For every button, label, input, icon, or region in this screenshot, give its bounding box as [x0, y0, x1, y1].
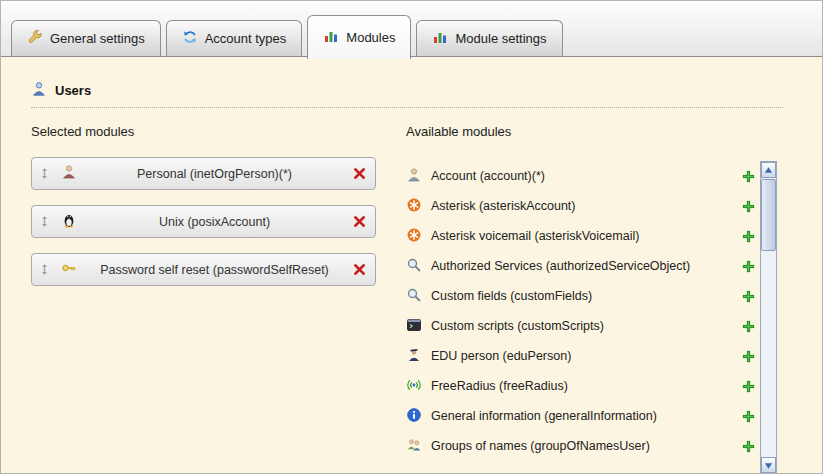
terminal-icon	[406, 317, 422, 336]
group-icon	[406, 437, 422, 456]
module-label: Groups of names (groupOfNamesUser)	[431, 439, 650, 453]
arrow-down-icon	[764, 456, 773, 474]
selected-module-row[interactable]: Personal (inetOrgPerson)(*)	[31, 157, 376, 190]
available-module-row: Custom scripts (customScripts)	[406, 311, 756, 341]
add-module-button[interactable]	[741, 199, 756, 214]
magnifier-icon	[406, 257, 422, 276]
scroll-down-button[interactable]	[761, 457, 776, 473]
module-label: FreeRadius (freeRadius)	[431, 379, 568, 393]
lam-config-window: General settings Account types Modules M…	[0, 0, 823, 474]
wrench-icon	[27, 29, 43, 48]
selected-module-row[interactable]: Password self reset (passwordSelfReset)	[31, 253, 376, 286]
drag-handle-icon[interactable]	[38, 263, 51, 276]
remove-module-button[interactable]	[352, 214, 367, 229]
tab-modules[interactable]: Modules	[307, 15, 411, 59]
module-label: General information (generalInformation)	[431, 409, 657, 423]
module-label: Asterisk voicemail (asteriskVoicemail)	[431, 229, 639, 243]
scroll-thumb[interactable]	[761, 179, 776, 251]
available-modules-scrollbar[interactable]	[760, 161, 777, 474]
add-module-button[interactable]	[741, 169, 756, 184]
add-module-button[interactable]	[741, 349, 756, 364]
person-icon	[61, 164, 77, 183]
tab-label: Module settings	[455, 31, 546, 46]
arrow-up-icon	[764, 161, 773, 179]
asterisk-icon	[406, 197, 422, 216]
tab-label: General settings	[50, 31, 145, 46]
refresh-icon	[182, 29, 198, 48]
add-module-button[interactable]	[741, 439, 756, 454]
add-module-button[interactable]	[741, 409, 756, 424]
available-modules-heading: Available modules	[406, 124, 756, 139]
tab-general-settings[interactable]: General settings	[11, 20, 161, 56]
remove-module-button[interactable]	[352, 262, 367, 277]
edu-person-icon	[406, 347, 422, 366]
available-module-row: EDU person (eduPerson)	[406, 341, 756, 371]
available-module-row: FreeRadius (freeRadius)	[406, 371, 756, 401]
users-section-header: Users	[31, 81, 783, 108]
module-label: Asterisk (asteriskAccount)	[431, 199, 575, 213]
tab-module-settings[interactable]: Module settings	[416, 20, 562, 56]
tab-bar: General settings Account types Modules M…	[1, 1, 822, 57]
add-module-button[interactable]	[741, 379, 756, 394]
available-module-row: Account (account)(*)	[406, 161, 756, 191]
add-module-button[interactable]	[741, 319, 756, 334]
module-columns: Selected modules Personal (inetOrgPerson…	[31, 124, 822, 461]
info-icon	[406, 407, 422, 426]
module-label: EDU person (eduPerson)	[431, 349, 571, 363]
module-label: Account (account)(*)	[431, 169, 545, 183]
asterisk-icon	[406, 227, 422, 246]
section-title: Users	[55, 83, 91, 98]
modules-panel: Users Selected modules Personal (inetOrg…	[1, 57, 822, 474]
selected-modules-list: Personal (inetOrgPerson)(*) Unix (posixA…	[31, 157, 406, 286]
magnifier-icon	[406, 287, 422, 306]
key-icon	[61, 260, 77, 279]
drag-handle-icon[interactable]	[38, 215, 51, 228]
remove-module-button[interactable]	[352, 166, 367, 181]
module-label: Unix (posixAccount)	[87, 215, 342, 229]
tab-label: Account types	[205, 31, 287, 46]
scroll-up-button[interactable]	[761, 162, 776, 178]
module-label: Personal (inetOrgPerson)(*)	[87, 167, 342, 181]
tab-account-types[interactable]: Account types	[166, 20, 303, 56]
module-label: Password self reset (passwordSelfReset)	[87, 263, 342, 277]
available-module-row: Custom fields (customFields)	[406, 281, 756, 311]
module-label: Custom scripts (customScripts)	[431, 319, 604, 333]
selected-module-row[interactable]: Unix (posixAccount)	[31, 205, 376, 238]
module-label: Custom fields (customFields)	[431, 289, 592, 303]
tab-label: Modules	[346, 30, 395, 45]
penguin-icon	[61, 212, 77, 231]
person-icon	[406, 167, 422, 186]
available-module-row: Asterisk voicemail (asteriskVoicemail)	[406, 221, 756, 251]
available-module-row: Groups of names (groupOfNamesUser)	[406, 431, 756, 461]
bar-chart-icon	[323, 28, 339, 47]
available-module-row: Asterisk (asteriskAccount)	[406, 191, 756, 221]
selected-modules-column: Selected modules Personal (inetOrgPerson…	[31, 124, 406, 461]
available-module-row: General information (generalInformation)	[406, 401, 756, 431]
radio-icon	[406, 377, 422, 396]
available-modules-list: Account (account)(*) Asterisk (asteriskA…	[406, 161, 756, 461]
drag-handle-icon[interactable]	[38, 167, 51, 180]
available-modules-column: Available modules Account (account)(*) A…	[406, 124, 756, 461]
module-label: Authorized Services (authorizedServiceOb…	[431, 259, 690, 273]
user-icon	[31, 81, 47, 100]
selected-modules-heading: Selected modules	[31, 124, 406, 139]
bar-chart-icon	[432, 29, 448, 48]
add-module-button[interactable]	[741, 289, 756, 304]
add-module-button[interactable]	[741, 229, 756, 244]
add-module-button[interactable]	[741, 259, 756, 274]
available-module-row: Authorized Services (authorizedServiceOb…	[406, 251, 756, 281]
